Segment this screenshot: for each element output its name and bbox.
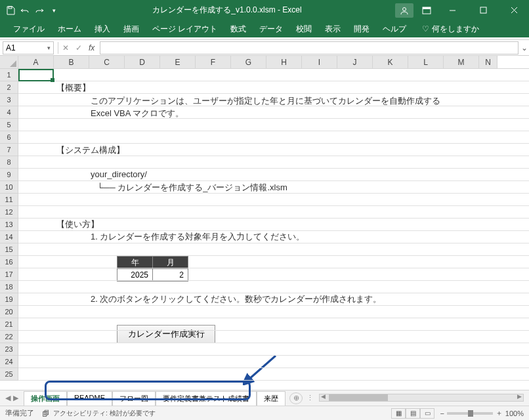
col-header-J[interactable]: J [337, 56, 373, 68]
view-break-icon[interactable]: ▭ [420, 408, 434, 419]
row-header[interactable]: 4 [0, 106, 18, 119]
col-header-N[interactable]: N [479, 56, 497, 68]
cell-row[interactable] [18, 343, 529, 356]
cell-row[interactable] [18, 331, 529, 343]
sheet-tab-2[interactable]: フロー図 [112, 391, 156, 407]
tab-home[interactable]: ホーム [51, 21, 88, 37]
row-header[interactable]: 10 [0, 181, 18, 194]
row-header[interactable]: 16 [0, 256, 18, 268]
row-header[interactable]: 6 [0, 131, 18, 144]
row-header[interactable]: 3 [0, 94, 18, 106]
row-header[interactable]: 19 [0, 293, 18, 306]
row-header[interactable]: 2 [0, 81, 18, 94]
cell-row[interactable] [18, 293, 529, 306]
col-header-K[interactable]: K [373, 56, 408, 68]
horizontal-scrollbar[interactable]: ◀ ▶ [319, 394, 524, 403]
fx-icon[interactable]: fx [89, 43, 95, 52]
tab-dev[interactable]: 開発 [347, 21, 376, 37]
row-header[interactable]: 25 [0, 368, 18, 381]
tab-nav-next[interactable]: ▶ [13, 394, 18, 402]
cell-row[interactable] [18, 144, 529, 156]
zoom-out-button[interactable]: − [440, 410, 444, 417]
tab-nav-prev[interactable]: ◀ [5, 394, 11, 402]
status-accessibility[interactable]: アクセシビリティ: 検討が必要です [53, 409, 156, 418]
maximize-button[interactable] [468, 0, 498, 20]
sheet-tab-0[interactable]: 操作画面 [24, 391, 67, 407]
col-header-C[interactable]: C [89, 56, 125, 68]
cell-row[interactable] [18, 256, 529, 268]
sheet-tab-1[interactable]: README [67, 391, 112, 407]
cell-row[interactable] [18, 368, 529, 381]
select-all-corner[interactable] [0, 56, 18, 68]
col-header-B[interactable]: B [54, 56, 89, 68]
cell-row[interactable] [18, 356, 529, 368]
zoom-level[interactable]: 100% [505, 410, 524, 417]
view-normal-icon[interactable]: ▦ [391, 408, 406, 419]
row-header[interactable]: 5 [0, 119, 18, 131]
zoom-slider[interactable] [447, 412, 493, 415]
ribbon-options-icon[interactable] [417, 3, 436, 18]
cell-row[interactable] [18, 81, 529, 94]
cell-row[interactable] [18, 131, 529, 144]
formula-bar[interactable] [100, 41, 518, 54]
tab-insert[interactable]: 挿入 [88, 21, 117, 37]
sheet-tab-3[interactable]: 要件定義書兼テスト成績書 [156, 391, 257, 407]
col-header-G[interactable]: G [231, 56, 266, 68]
cell-row[interactable] [18, 243, 529, 256]
row-header[interactable]: 24 [0, 356, 18, 368]
account-icon[interactable] [395, 3, 413, 18]
tab-layout[interactable]: ページ レイアウト [146, 21, 224, 37]
col-header-H[interactable]: H [266, 56, 302, 68]
cell-row[interactable] [18, 169, 529, 181]
row-header[interactable]: 8 [0, 156, 18, 169]
col-header-E[interactable]: E [160, 56, 196, 68]
tell-me[interactable]: 何をしますか [415, 21, 486, 37]
tab-help[interactable]: ヘルプ [376, 21, 413, 37]
row-header[interactable]: 21 [0, 318, 18, 331]
row-header[interactable]: 11 [0, 194, 18, 206]
name-box[interactable]: A1▾ [3, 41, 54, 54]
tab-view[interactable]: 表示 [318, 21, 347, 37]
row-header[interactable]: 17 [0, 268, 18, 281]
row-header[interactable]: 18 [0, 281, 18, 293]
new-sheet-button[interactable]: ⊕ [289, 392, 303, 404]
cell-row[interactable] [18, 194, 529, 206]
cell-row[interactable] [18, 318, 529, 331]
row-header[interactable]: 13 [0, 219, 18, 231]
redo-icon[interactable] [34, 5, 45, 16]
tab-draw[interactable]: 描画 [117, 21, 146, 37]
row-header[interactable]: 14 [0, 231, 18, 243]
view-layout-icon[interactable]: ▤ [406, 408, 420, 419]
cell-row[interactable] [18, 219, 529, 231]
cell-row[interactable] [18, 231, 529, 243]
col-header-L[interactable]: L [408, 56, 444, 68]
tab-data[interactable]: データ [253, 21, 289, 37]
cell-row[interactable] [18, 206, 529, 219]
row-header[interactable]: 1 [0, 69, 18, 81]
cell-row[interactable] [18, 106, 529, 119]
scroll-right-icon[interactable]: ▶ [517, 393, 522, 400]
cell-row[interactable] [18, 306, 529, 318]
cell-row[interactable] [18, 281, 529, 293]
row-header[interactable]: 12 [0, 206, 18, 219]
tab-review[interactable]: 校閲 [289, 21, 318, 37]
zoom-in-button[interactable]: ＋ [496, 408, 503, 418]
row-header[interactable]: 20 [0, 306, 18, 318]
tab-formula[interactable]: 数式 [224, 21, 253, 37]
col-header-I[interactable]: I [302, 56, 337, 68]
formula-expand-icon[interactable]: ⌄ [521, 43, 529, 52]
col-header-M[interactable]: M [444, 56, 479, 68]
minimize-button[interactable] [437, 0, 467, 20]
scroll-left-icon[interactable]: ◀ [321, 393, 326, 400]
close-button[interactable] [499, 0, 529, 20]
col-header-F[interactable]: F [196, 56, 231, 68]
cell-row[interactable] [18, 268, 529, 281]
row-header[interactable]: 9 [0, 169, 18, 181]
chevron-down-icon[interactable]: ▾ [47, 45, 51, 51]
col-header-D[interactable]: D [125, 56, 160, 68]
cell-row[interactable] [18, 181, 529, 194]
scroll-thumb[interactable] [329, 394, 388, 401]
cell-row[interactable] [18, 156, 529, 169]
cell-row[interactable] [18, 94, 529, 106]
cell-row[interactable] [18, 119, 529, 131]
